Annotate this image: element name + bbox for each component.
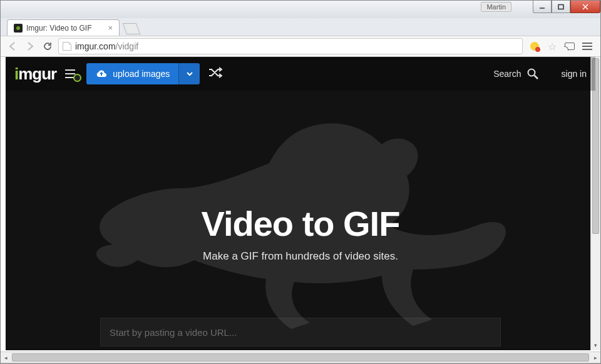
toolbar: imgur.com/vidgif ☆ [1,36,600,57]
upload-button[interactable]: upload images [86,63,200,84]
extension-icon[interactable] [529,41,540,52]
hero: Video to GIF Make a GIF from hundreds of… [6,91,595,346]
tab-strip: Imgur: Video to GIF × [1,18,600,36]
imgur-logo[interactable]: imgur [14,64,56,84]
page-icon [63,42,71,51]
scroll-right-icon[interactable]: ▸ [590,352,600,363]
page-subtitle: Make a GIF from hundreds of video sites. [6,250,595,263]
search-label: Search [493,69,521,79]
page-title: Video to GIF [6,203,595,244]
user-badge[interactable]: Martin [481,2,511,12]
trending-icon[interactable] [65,69,78,78]
search-icon [527,68,539,80]
search-link[interactable]: Search [493,68,538,80]
titlebar: Martin [1,1,600,18]
tab-title: Imgur: Video to GIF [26,24,92,33]
favicon-icon [14,24,23,33]
page-content: imgur upload images [6,57,595,350]
scrollbar-thumb[interactable] [12,353,589,361]
scroll-left-icon[interactable]: ◂ [1,352,11,363]
browser-window: Martin Imgur: Video to GIF × [0,0,601,364]
tab-close-icon[interactable]: × [108,23,113,33]
cloud-upload-icon [95,69,108,79]
url-input-row [100,318,501,346]
menu-icon[interactable] [582,41,593,52]
cast-icon[interactable] [564,41,575,52]
viewport: imgur upload images [1,57,600,363]
minimize-button[interactable] [533,1,552,13]
forward-button[interactable] [23,39,37,53]
chevron-down-icon [186,70,193,78]
toolbar-icons: ☆ [527,41,595,52]
svg-point-4 [528,69,535,76]
back-button[interactable] [6,39,19,53]
bookmark-star-icon[interactable]: ☆ [547,41,558,52]
new-tab-button[interactable] [123,23,141,34]
site-header: imgur upload images [6,57,595,91]
url-text: imgur.com/vidgif [75,41,138,51]
close-button[interactable] [570,1,600,13]
svg-rect-1 [558,4,563,9]
reload-button[interactable] [41,39,54,53]
upload-dropdown-button[interactable] [178,63,200,84]
video-url-input[interactable] [100,318,501,346]
upload-button-main[interactable]: upload images [86,69,178,79]
horizontal-scrollbar[interactable]: ◂ ▸ [1,351,600,363]
window-controls [533,1,600,13]
random-icon[interactable] [208,67,222,81]
address-bar[interactable]: imgur.com/vidgif [58,38,523,54]
browser-tab[interactable]: Imgur: Video to GIF × [7,19,120,36]
svg-line-5 [534,76,538,79]
signin-link[interactable]: sign in [562,69,587,79]
maximize-button[interactable] [552,1,570,13]
upload-label: upload images [113,69,170,79]
